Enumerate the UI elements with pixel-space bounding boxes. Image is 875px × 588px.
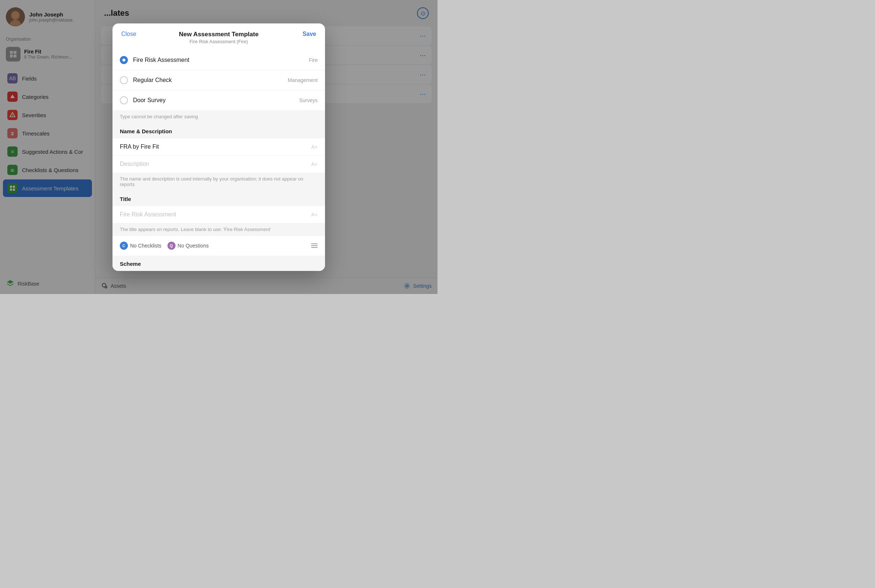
questions-badge-label: No Questions (178, 243, 209, 249)
translate-icon-3: A+ (311, 212, 318, 218)
radio-tag: Fire (309, 57, 318, 63)
title-input-section: A+ (113, 206, 325, 223)
checklists-row: C No Checklists Q No Questions (113, 236, 325, 255)
new-assessment-modal: Close New Assessment Template Fire Risk … (113, 23, 325, 271)
close-button[interactable]: Close (121, 31, 143, 38)
radio-regular-check[interactable]: Regular Check Management (113, 70, 325, 90)
checklists-badge: C No Checklists (120, 242, 162, 250)
modal-subtitle: Fire Risk Assessment (Fire) (143, 39, 294, 44)
save-button[interactable]: Save (294, 31, 316, 38)
name-description-section-header: Name & Description (113, 123, 325, 138)
title-section-header: Title (113, 191, 325, 206)
name-input-row: A+ (113, 138, 325, 156)
checklist-badges: C No Checklists Q No Questions (120, 242, 209, 250)
questions-badge: Q No Questions (167, 242, 209, 250)
modal-header: Close New Assessment Template Fire Risk … (113, 23, 325, 50)
section-label: Name & Description (120, 128, 172, 134)
reorder-icon[interactable] (311, 243, 318, 248)
name-input[interactable] (120, 144, 308, 150)
modal-title-block: New Assessment Template Fire Risk Assess… (143, 31, 294, 44)
assessment-type-section: Fire Risk Assessment Fire Regular Check … (113, 50, 325, 110)
scheme-section-header: Scheme (113, 255, 325, 271)
questions-badge-icon: Q (167, 242, 176, 250)
radio-label: Regular Check (133, 77, 288, 84)
description-input[interactable] (120, 161, 308, 167)
name-description-inputs: A+ A+ (113, 138, 325, 172)
radio-unselected-indicator (120, 76, 128, 84)
modal-body: Fire Risk Assessment Fire Regular Check … (113, 50, 325, 271)
translate-icon: A+ (311, 144, 318, 150)
checklists-badge-icon: C (120, 242, 128, 250)
name-description-note: The name and description is used interna… (113, 172, 325, 191)
radio-door-survey[interactable]: Door Survey Surveys (113, 90, 325, 110)
type-note: Type cannot be changed after saving (113, 110, 325, 123)
description-input-row: A+ (113, 156, 325, 172)
radio-tag: Surveys (299, 98, 318, 103)
modal-overlay: Close New Assessment Template Fire Risk … (0, 0, 438, 294)
radio-unselected-indicator (120, 96, 128, 104)
title-input-row: A+ (113, 206, 325, 223)
radio-tag: Management (288, 77, 318, 83)
modal-title: New Assessment Template (143, 31, 294, 38)
radio-label: Fire Risk Assessment (133, 57, 309, 63)
radio-label: Door Survey (133, 97, 299, 104)
checklists-badge-label: No Checklists (130, 243, 162, 249)
title-note: The title appears on reports. Leave blan… (113, 223, 325, 236)
radio-fire-risk[interactable]: Fire Risk Assessment Fire (113, 50, 325, 70)
title-input[interactable] (120, 211, 308, 218)
translate-icon-2: A+ (311, 161, 318, 167)
section-label: Title (120, 196, 131, 202)
radio-selected-indicator (120, 56, 128, 64)
scheme-label: Scheme (120, 261, 141, 267)
